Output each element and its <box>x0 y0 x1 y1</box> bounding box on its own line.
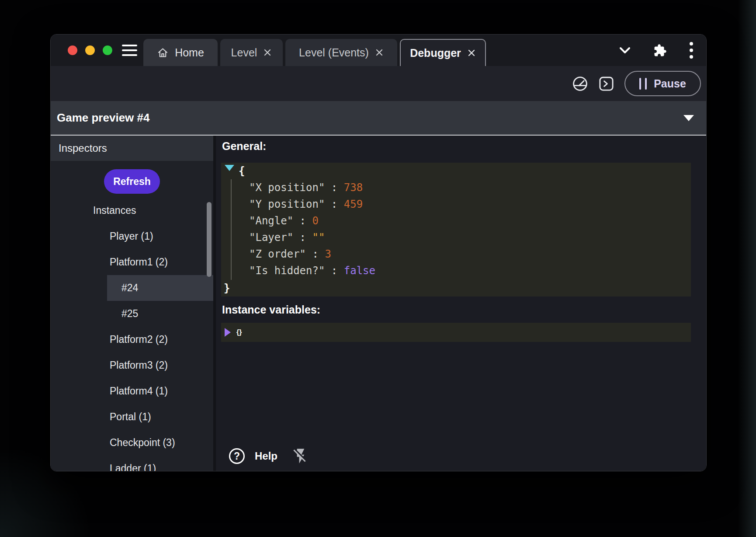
json-open-line: { <box>221 163 691 179</box>
collapse-expanded-icon[interactable] <box>225 165 234 171</box>
zoom-window-button[interactable] <box>103 45 112 55</box>
json-close-line: } <box>221 280 691 296</box>
close-brace: } <box>221 282 230 294</box>
json-key: "Y position" <box>249 198 325 210</box>
minimize-window-button[interactable] <box>85 45 95 55</box>
instance-variables-viewer: {} <box>221 323 691 342</box>
main-menu-icon[interactable] <box>122 45 137 56</box>
pause-icon <box>639 78 647 90</box>
json-key: "Z order" <box>249 248 306 260</box>
tab-debugger[interactable]: Debugger <box>400 39 486 66</box>
json-row: "Z order" : 3 <box>249 246 691 262</box>
app-window: Home Level Level (Events) Debugger <box>50 34 707 471</box>
game-preview-selector[interactable]: Game preview #4 <box>51 101 706 136</box>
dropdown-caret-icon[interactable] <box>683 115 694 121</box>
json-separator: : <box>293 215 312 227</box>
tree-item-checkpoint-3[interactable]: Checkpoint (3) <box>51 430 213 456</box>
inspectors-body: Refresh InstancesPlayer (1)Platform1 (2)… <box>51 169 213 471</box>
tab-level[interactable]: Level <box>220 39 283 66</box>
tab-label: Level <box>231 46 257 59</box>
close-icon[interactable] <box>375 48 384 57</box>
json-value: 0 <box>312 215 319 227</box>
more-options-kebab-icon[interactable] <box>690 42 693 59</box>
sidebar-scrollbar-thumb[interactable] <box>207 202 212 277</box>
tree-item-platform2-2[interactable]: Platform2 (2) <box>51 327 213 352</box>
tree-item-player-1[interactable]: Player (1) <box>51 223 213 249</box>
general-section-label: General: <box>222 140 691 153</box>
pause-button[interactable]: Pause <box>624 71 701 96</box>
tab-label: Level (Events) <box>299 46 369 59</box>
inspector-detail-panel: General: { "X position" : 738"Y position… <box>216 136 706 471</box>
json-value: "" <box>312 231 325 244</box>
desktop-background: Home Level Level (Events) Debugger <box>0 0 756 537</box>
debugger-content: Inspectors Refresh InstancesPlayer (1)Pl… <box>51 136 706 471</box>
tree-item-24[interactable]: #24 <box>51 275 213 301</box>
tree-item-portal-1[interactable]: Portal (1) <box>51 404 213 430</box>
json-separator: : <box>293 231 312 244</box>
json-separator: : <box>306 248 325 260</box>
titlebar-actions <box>619 42 706 59</box>
close-icon[interactable] <box>263 48 272 57</box>
help-row: ? Help <box>229 447 309 465</box>
tree-item-platform4-1[interactable]: Platform4 (1) <box>51 378 213 404</box>
inspectors-sidebar: Inspectors Refresh InstancesPlayer (1)Pl… <box>51 136 213 471</box>
console-icon[interactable] <box>599 76 614 91</box>
tab-bar: Home Level Level (Events) Debugger <box>143 39 486 66</box>
traffic-lights <box>51 45 112 55</box>
json-separator: : <box>325 265 343 277</box>
json-value: false <box>344 265 375 277</box>
extensions-puzzle-icon[interactable] <box>653 44 667 57</box>
close-window-button[interactable] <box>68 45 77 55</box>
instances-tree: InstancesPlayer (1)Platform1 (2)#24#25Pl… <box>51 198 213 471</box>
tab-level-events[interactable]: Level (Events) <box>285 39 397 66</box>
tab-label: Debugger <box>410 47 461 59</box>
json-key: "Is hidden?" <box>249 265 325 277</box>
json-value: 3 <box>325 248 331 260</box>
json-separator: : <box>325 198 343 210</box>
home-icon <box>157 47 169 59</box>
json-rows: "X position" : 738"Y position" : 459"Ang… <box>231 179 691 280</box>
tree-item-platform1-2[interactable]: Platform1 (2) <box>51 249 213 275</box>
json-separator: : <box>325 181 343 194</box>
tab-home[interactable]: Home <box>143 39 218 66</box>
json-key: "Layer" <box>249 231 293 244</box>
json-row: "Angle" : 0 <box>249 213 691 229</box>
close-icon[interactable] <box>467 49 476 57</box>
collapse-collapsed-icon[interactable] <box>225 328 231 337</box>
profiler-gauge-icon[interactable] <box>572 76 588 92</box>
pause-button-label: Pause <box>654 77 686 90</box>
flash-off-icon[interactable] <box>292 447 309 465</box>
tree-item-25[interactable]: #25 <box>51 301 213 327</box>
debugger-toolbar: Pause <box>51 66 706 101</box>
inspectors-header: Inspectors <box>51 136 213 161</box>
tree-item-ladder-1[interactable]: Ladder (1) <box>51 456 213 471</box>
json-key: "X position" <box>249 181 325 194</box>
json-value: 738 <box>344 181 363 194</box>
game-preview-title: Game preview #4 <box>57 111 149 125</box>
tree-item-platform3-2[interactable]: Platform3 (2) <box>51 352 213 378</box>
open-brace: { <box>239 165 245 177</box>
empty-object-braces: {} <box>236 328 242 336</box>
json-row: "Y position" : 459 <box>249 196 691 213</box>
json-row: "Is hidden?" : false <box>249 262 691 279</box>
tree-item-instances[interactable]: Instances <box>51 198 213 223</box>
instance-variables-label: Instance variables: <box>222 303 691 316</box>
json-row: "X position" : 738 <box>249 179 691 196</box>
help-question-icon[interactable]: ? <box>229 448 245 464</box>
general-json-viewer: { "X position" : 738"Y position" : 459"A… <box>221 163 691 296</box>
json-key: "Angle" <box>249 215 293 227</box>
chevron-down-icon[interactable] <box>619 47 631 54</box>
json-value: 459 <box>344 198 363 210</box>
titlebar: Home Level Level (Events) Debugger <box>51 35 706 66</box>
refresh-button[interactable]: Refresh <box>104 169 160 194</box>
tab-label: Home <box>175 46 204 59</box>
help-label[interactable]: Help <box>255 450 277 462</box>
json-row: "Layer" : "" <box>249 229 691 246</box>
